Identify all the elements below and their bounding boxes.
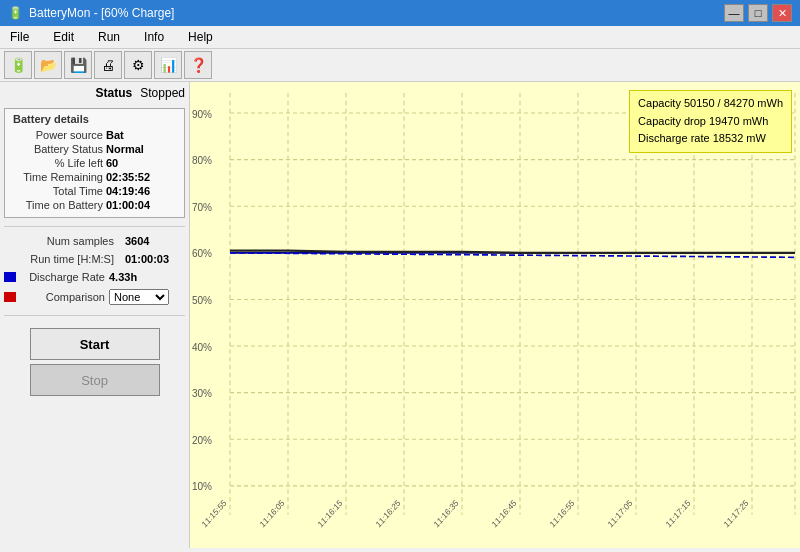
stats-row-runtime: Run time [H:M:S] 01:00:03 — [4, 253, 185, 265]
detail-key-time-on-battery: Time on Battery — [13, 199, 103, 211]
stats-row-samples: Num samples 3604 — [4, 235, 185, 247]
detail-val-status: Normal — [106, 143, 176, 155]
detail-val-remaining: 02:35:52 — [106, 171, 176, 183]
status-row: Status Stopped — [4, 86, 185, 100]
menu-edit[interactable]: Edit — [47, 28, 80, 46]
battery-details-box: Battery details Power source Bat Battery… — [4, 108, 185, 218]
stats-val-runtime: 01:00:03 — [125, 253, 185, 265]
detail-row-life: % Life left 60 — [13, 157, 176, 169]
discharge-color-dot — [4, 272, 16, 282]
window-title: BatteryMon - [60% Charge] — [29, 6, 174, 20]
detail-row-power: Power source Bat — [13, 129, 176, 141]
info-line-2: Capacity drop 19470 mWh — [638, 113, 783, 131]
comparison-color-dot — [4, 292, 16, 302]
detail-row-status: Battery Status Normal — [13, 143, 176, 155]
svg-text:10%: 10% — [192, 480, 212, 493]
info-line-1: Capacity 50150 / 84270 mWh — [638, 95, 783, 113]
menu-file[interactable]: File — [4, 28, 35, 46]
comparison-row: Comparison None — [4, 289, 185, 305]
discharge-val: 4.33h — [109, 271, 137, 283]
detail-key-status: Battery Status — [13, 143, 103, 155]
discharge-key: Discharge Rate — [20, 271, 105, 283]
detail-key-total: Total Time — [13, 185, 103, 197]
stats-val-samples: 3604 — [125, 235, 185, 247]
toolbar-btn-7[interactable]: ❓ — [184, 51, 212, 79]
chart-panel: 90% 80% 70% 60% 50% 40% 30% 20% 10% 11:1… — [190, 82, 800, 548]
detail-key-remaining: Time Remaining — [13, 171, 103, 183]
svg-text:60%: 60% — [192, 247, 212, 260]
comparison-key: Comparison — [20, 291, 105, 303]
app-icon: 🔋 — [8, 6, 23, 20]
close-button[interactable]: ✕ — [772, 4, 792, 22]
stats-key-samples: Num samples — [4, 235, 114, 247]
toolbar-btn-1[interactable]: 🔋 — [4, 51, 32, 79]
detail-row-remaining: Time Remaining 02:35:52 — [13, 171, 176, 183]
info-line-3: Discharge rate 18532 mW — [638, 130, 783, 148]
detail-row-time-on-battery: Time on Battery 01:00:04 — [13, 199, 176, 211]
detail-val-life: 60 — [106, 157, 176, 169]
menu-run[interactable]: Run — [92, 28, 126, 46]
title-bar-controls: — □ ✕ — [724, 4, 792, 22]
menu-bar: File Edit Run Info Help — [0, 26, 800, 49]
title-bar: 🔋 BatteryMon - [60% Charge] — □ ✕ — [0, 0, 800, 26]
detail-val-power: Bat — [106, 129, 176, 141]
detail-key-power: Power source — [13, 129, 103, 141]
battery-details-title: Battery details — [13, 113, 176, 125]
discharge-rate-row: Discharge Rate 4.33h — [4, 271, 185, 283]
detail-val-total: 04:19:46 — [106, 185, 176, 197]
title-bar-left: 🔋 BatteryMon - [60% Charge] — [8, 6, 174, 20]
svg-text:30%: 30% — [192, 387, 212, 400]
toolbar-btn-5[interactable]: ⚙ — [124, 51, 152, 79]
detail-val-time-on-battery: 01:00:04 — [106, 199, 176, 211]
divider-2 — [4, 315, 185, 316]
start-button[interactable]: Start — [30, 328, 160, 360]
status-label: Status — [96, 86, 133, 100]
svg-text:90%: 90% — [192, 107, 212, 120]
maximize-button[interactable]: □ — [748, 4, 768, 22]
chart-info-box: Capacity 50150 / 84270 mWh Capacity drop… — [629, 90, 792, 153]
comparison-select[interactable]: None — [109, 289, 169, 305]
svg-text:20%: 20% — [192, 433, 212, 446]
left-panel: Status Stopped Battery details Power sou… — [0, 82, 190, 548]
svg-text:50%: 50% — [192, 293, 212, 306]
detail-key-life: % Life left — [13, 157, 103, 169]
status-value: Stopped — [140, 86, 185, 100]
action-buttons: Start Stop — [4, 328, 185, 396]
menu-info[interactable]: Info — [138, 28, 170, 46]
toolbar-btn-6[interactable]: 📊 — [154, 51, 182, 79]
toolbar-btn-2[interactable]: 📂 — [34, 51, 62, 79]
svg-text:80%: 80% — [192, 154, 212, 167]
stats-key-runtime: Run time [H:M:S] — [4, 253, 114, 265]
main-content: Status Stopped Battery details Power sou… — [0, 82, 800, 548]
toolbar-btn-3[interactable]: 💾 — [64, 51, 92, 79]
menu-help[interactable]: Help — [182, 28, 219, 46]
svg-text:70%: 70% — [192, 200, 212, 213]
divider-1 — [4, 226, 185, 227]
detail-row-total: Total Time 04:19:46 — [13, 185, 176, 197]
minimize-button[interactable]: — — [724, 4, 744, 22]
stop-button[interactable]: Stop — [30, 364, 160, 396]
toolbar: 🔋 📂 💾 🖨 ⚙ 📊 ❓ — [0, 49, 800, 82]
svg-text:40%: 40% — [192, 340, 212, 353]
toolbar-btn-4[interactable]: 🖨 — [94, 51, 122, 79]
